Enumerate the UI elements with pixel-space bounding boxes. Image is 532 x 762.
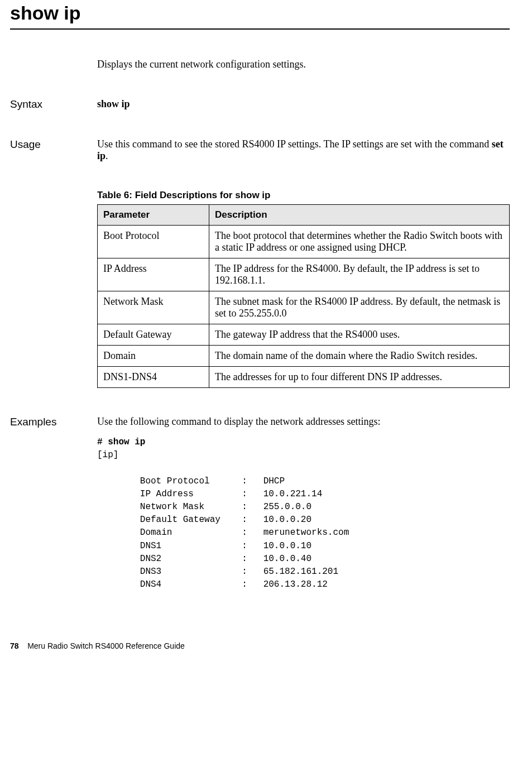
page-title: show ip xyxy=(10,0,510,24)
usage-text-after: . xyxy=(106,150,108,161)
table-header-parameter: Parameter xyxy=(98,205,209,226)
page-footer: 78 Meru Radio Switch RS4000 Reference Gu… xyxy=(0,591,532,659)
usage-body: Use this command to see the stored RS400… xyxy=(97,138,510,162)
example-output: [ip] Boot Protocol : DHCP IP Address : 1… xyxy=(97,449,510,591)
param-cell: Boot Protocol xyxy=(98,226,209,258)
table-row: DNS1-DNS4 The addresses for up to four d… xyxy=(98,367,510,388)
desc-cell: The boot protocol that determines whethe… xyxy=(209,226,510,258)
table-row: Domain The domain name of the domain whe… xyxy=(98,346,510,367)
syntax-label: Syntax xyxy=(10,98,97,111)
title-divider xyxy=(10,28,510,30)
field-description-table: Parameter Description Boot Protocol The … xyxy=(97,204,510,388)
desc-cell: The IP address for the RS4000. By defaul… xyxy=(209,258,510,291)
examples-section: Examples Use the following command to di… xyxy=(10,416,510,428)
table-caption: Table 6: Field Descriptions for show ip xyxy=(97,190,510,201)
usage-label: Usage xyxy=(10,138,97,162)
usage-text-before: Use this command to see the stored RS400… xyxy=(97,138,492,150)
param-cell: Domain xyxy=(98,346,209,367)
param-cell: IP Address xyxy=(98,258,209,291)
param-cell: Network Mask xyxy=(98,291,209,324)
table-row: Boot Protocol The boot protocol that det… xyxy=(98,226,510,258)
desc-cell: The addresses for up to four different D… xyxy=(209,367,510,388)
param-cell: DNS1-DNS4 xyxy=(98,367,209,388)
examples-intro: Use the following command to display the… xyxy=(97,416,510,428)
usage-section: Usage Use this command to see the stored… xyxy=(10,138,510,162)
intro-text: Displays the current network configurati… xyxy=(10,59,510,70)
book-title: Meru Radio Switch RS4000 Reference Guide xyxy=(27,641,185,650)
syntax-section: Syntax show ip xyxy=(10,98,510,111)
desc-cell: The subnet mask for the RS4000 IP addres… xyxy=(209,291,510,324)
page-number: 78 xyxy=(10,641,19,650)
table-header-description: Description xyxy=(209,205,510,226)
syntax-command: show ip xyxy=(97,98,130,109)
param-cell: Default Gateway xyxy=(98,324,209,346)
example-prompt: # show ip xyxy=(97,437,145,447)
table-row: Network Mask The subnet mask for the RS4… xyxy=(98,291,510,324)
table-row: Default Gateway The gateway IP address t… xyxy=(98,324,510,346)
examples-label: Examples xyxy=(10,416,97,428)
desc-cell: The domain name of the domain where the … xyxy=(209,346,510,367)
table-row: IP Address The IP address for the RS4000… xyxy=(98,258,510,291)
desc-cell: The gateway IP address that the RS4000 u… xyxy=(209,324,510,346)
